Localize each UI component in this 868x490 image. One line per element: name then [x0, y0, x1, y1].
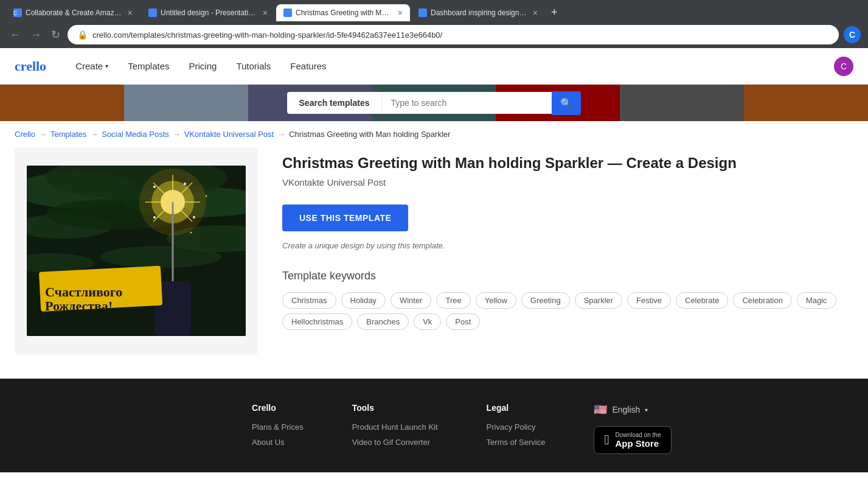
template-title: Christmas Greeting with Man holding Spar… [282, 153, 853, 172]
tab-3[interactable]: Christmas Greeting with Man ho... × [276, 4, 410, 21]
tab-4[interactable]: Dashboard inspiring designs - G... × [411, 4, 545, 21]
url-bar[interactable]: 🔒 crello.com/templates/christmas-greetin… [68, 25, 839, 44]
nav-profile-avatar[interactable]: C [834, 57, 853, 76]
footer-col-legal: Legal Privacy Policy Terms of Service [487, 403, 546, 454]
tab-1[interactable]: c Collaborate & Create Amazing G... × [6, 4, 140, 21]
apple-icon:  [604, 432, 609, 448]
hero-img-7 [744, 85, 868, 121]
language-label: English [612, 405, 640, 415]
hero-img-2 [124, 85, 248, 121]
template-description: Create a unique design by using this tem… [282, 241, 853, 250]
hero-img-6 [620, 85, 744, 121]
use-template-button[interactable]: USE THIS TEMPLATE [282, 205, 408, 231]
keyword-tag[interactable]: Branches [357, 313, 409, 330]
keyword-tag[interactable]: Celebrate [676, 292, 728, 309]
footer-link-about[interactable]: About Us [252, 438, 304, 447]
footer-link-producthunt[interactable]: Product Hunt Launch Kit [352, 422, 438, 432]
hero-strip: Search templates 🔍 [0, 85, 868, 121]
keyword-tag[interactable]: Post [446, 313, 480, 330]
keyword-tag[interactable]: Vk [414, 313, 441, 330]
svg-point-21 [153, 216, 156, 219]
template-image: Счастливого Рождества! [27, 166, 246, 336]
breadcrumb-vk[interactable]: VKontakte Universal Post [184, 130, 274, 139]
svg-point-20 [184, 183, 186, 185]
svg-point-22 [193, 216, 195, 219]
lang-chevron-icon: ▾ [645, 407, 648, 413]
tab-3-close[interactable]: × [398, 8, 403, 18]
nav-pricing[interactable]: Pricing [179, 56, 227, 76]
footer-link-privacy[interactable]: Privacy Policy [487, 422, 546, 432]
breadcrumb-sep-3: → [173, 130, 181, 139]
nav-templates-label: Templates [128, 61, 169, 71]
nav-create[interactable]: Create ▾ [66, 56, 118, 76]
keyword-tag[interactable]: Christmas [282, 292, 336, 309]
breadcrumb-social[interactable]: Social Media Posts [102, 130, 169, 139]
svg-point-7 [100, 246, 221, 268]
svg-point-23 [153, 186, 156, 188]
footer-col-crello-title: Crello [252, 403, 304, 413]
new-tab-button[interactable]: + [546, 4, 563, 21]
footer-col-lang: 🇺🇸 English ▾  Download on the App Store [594, 403, 671, 454]
footer-link-gifconverter[interactable]: Video to Gif Converter [352, 438, 438, 447]
nav-tutorials-label: Tutorials [236, 61, 271, 71]
language-selector[interactable]: 🇺🇸 English ▾ [594, 403, 648, 416]
address-bar: ← → ↻ 🔒 crello.com/templates/christmas-g… [0, 21, 868, 48]
tab-2[interactable]: Untitled design - Presentation (T... × [141, 4, 275, 21]
site-nav: crello Create ▾ Templates Pricing Tutori… [0, 48, 868, 85]
tab-1-label: Collaborate & Create Amazing G... [26, 9, 122, 17]
svg-point-25 [206, 195, 207, 197]
footer-link-plans[interactable]: Plans & Prices [252, 422, 304, 432]
keyword-tag[interactable]: Winter [391, 292, 432, 309]
tab-1-close[interactable]: × [128, 8, 133, 18]
keywords-title: Template keywords [282, 270, 853, 282]
search-input[interactable] [381, 92, 552, 114]
keyword-tag[interactable]: Magic [797, 292, 836, 309]
footer-col-legal-title: Legal [487, 403, 546, 413]
tab-2-close[interactable]: × [263, 8, 268, 18]
app-store-small-text: Download on the [615, 432, 661, 438]
keyword-tag[interactable]: Holiday [341, 292, 386, 309]
svg-point-24 [190, 232, 192, 234]
template-preview: Счастливого Рождества! [15, 147, 258, 354]
keyword-tag[interactable]: Greeting [521, 292, 570, 309]
keyword-tag[interactable]: Festive [627, 292, 671, 309]
tab-4-close[interactable]: × [533, 8, 538, 18]
nav-features-label: Features [290, 61, 326, 71]
footer-link-terms[interactable]: Terms of Service [487, 438, 546, 447]
nav-templates[interactable]: Templates [118, 56, 179, 76]
nav-create-chevron: ▾ [105, 63, 108, 69]
profile-button[interactable]: C [844, 26, 861, 43]
breadcrumb-crello[interactable]: Crello [15, 130, 35, 139]
tab-4-label: Dashboard inspiring designs - G... [431, 9, 527, 17]
tab-favicon: c [13, 9, 22, 17]
keywords-list: ChristmasHolidayWinterTreeYellowGreeting… [282, 292, 853, 330]
template-svg: Счастливого Рождества! [27, 166, 246, 336]
logo[interactable]: crello [15, 58, 46, 74]
keyword-tag[interactable]: Yellow [476, 292, 516, 309]
breadcrumb-sep-2: → [90, 130, 98, 139]
preview-wrapper: Счастливого Рождества! [15, 147, 258, 354]
keyword-tag[interactable]: Celebration [733, 292, 792, 309]
nav-features[interactable]: Features [280, 56, 336, 76]
lock-icon: 🔒 [77, 30, 88, 40]
breadcrumb: Crello → Templates → Social Media Posts … [0, 121, 868, 147]
footer: Crello Plans & Prices About Us Tools Pro… [0, 379, 868, 472]
breadcrumb-current: Christmas Greeting with Man holding Spar… [289, 130, 450, 139]
main-content: Счастливого Рождества! Christmas Greetin… [0, 147, 868, 379]
search-label: Search templates [287, 92, 382, 114]
keyword-tag[interactable]: Tree [436, 292, 470, 309]
keyword-tag[interactable]: Sparkler [575, 292, 622, 309]
tab-3-favicon [283, 9, 292, 17]
refresh-button[interactable]: ↻ [49, 26, 63, 44]
forward-button[interactable]: → [28, 26, 44, 44]
keyword-tag[interactable]: Hellochristmas [282, 313, 352, 330]
nav-tutorials[interactable]: Tutorials [226, 56, 280, 76]
breadcrumb-templates[interactable]: Templates [50, 130, 86, 139]
app-store-button[interactable]:  Download on the App Store [594, 426, 671, 454]
search-button[interactable]: 🔍 [552, 91, 581, 115]
browser-chrome: c Collaborate & Create Amazing G... × Un… [0, 0, 868, 48]
tab-3-label: Christmas Greeting with Man ho... [296, 9, 392, 17]
footer-col-tools-title: Tools [352, 403, 438, 413]
footer-col-tools: Tools Product Hunt Launch Kit Video to G… [352, 403, 438, 454]
back-button[interactable]: ← [7, 26, 23, 44]
